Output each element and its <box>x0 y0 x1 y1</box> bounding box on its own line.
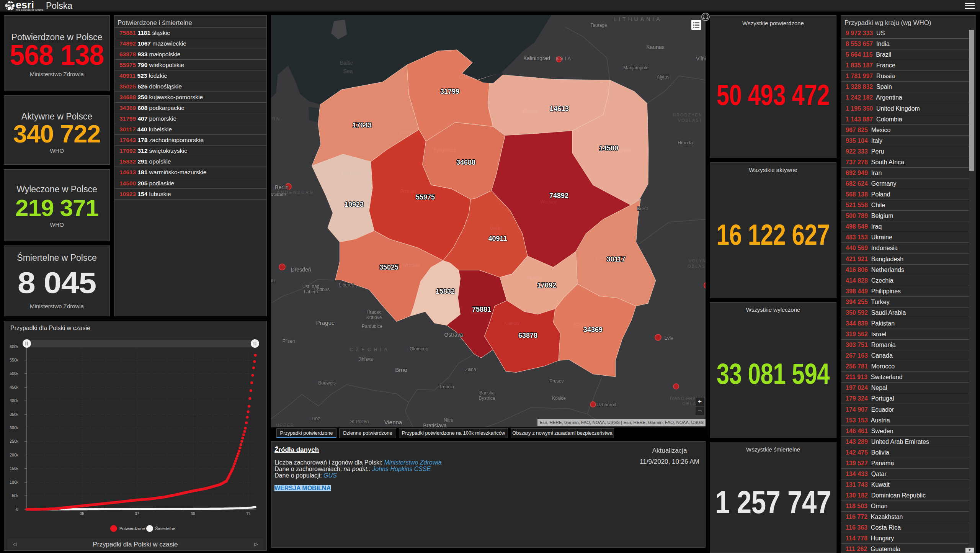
svg-text:Banska: Banska <box>479 390 495 396</box>
svg-text:Jihlava: Jihlava <box>358 357 373 362</box>
svg-text:Alytus: Alytus <box>657 74 670 80</box>
svg-text:Budweis: Budweis <box>318 380 335 386</box>
svg-text:63878: 63878 <box>518 332 537 339</box>
svg-text:09: 09 <box>191 511 195 516</box>
svg-text:Ostrava: Ostrava <box>444 332 463 338</box>
svg-text:Kaliningrad: Kaliningrad <box>523 55 550 61</box>
svg-text:Marijampole: Marijampole <box>623 65 648 70</box>
svg-text:Olsztyn: Olsztyn <box>523 109 538 114</box>
svg-text:50k: 50k <box>12 493 19 498</box>
svg-text:LITHUANIA: LITHUANIA <box>613 16 662 22</box>
svg-text:Berlin: Berlin <box>275 184 289 190</box>
svg-text:Pardubice: Pardubice <box>362 324 382 329</box>
svg-text:250k: 250k <box>10 439 19 443</box>
svg-text:07: 07 <box>135 511 139 516</box>
svg-text:150k: 150k <box>10 466 19 471</box>
svg-text:Kaunas: Kaunas <box>646 44 664 50</box>
svg-text:VOLYN: VOLYN <box>689 259 706 263</box>
svg-text:HRODZYEN: HRODZYEN <box>673 113 702 117</box>
svg-text:75881: 75881 <box>472 306 491 313</box>
svg-text:35025: 35025 <box>379 263 399 271</box>
svg-text:Gdansk: Gdansk <box>459 75 475 80</box>
svg-text:31799: 31799 <box>440 88 459 95</box>
svg-text:Bystrica: Bystrica <box>479 396 495 401</box>
svg-text:11: 11 <box>246 511 250 516</box>
svg-text:VOBLAST: VOBLAST <box>678 118 703 123</box>
svg-text:Labem: Labem <box>304 289 318 294</box>
svg-text:200k: 200k <box>10 453 19 457</box>
svg-text:30117: 30117 <box>606 255 625 263</box>
svg-text:Kosice: Kosice <box>552 396 566 401</box>
svg-text:Liberec: Liberec <box>339 282 354 288</box>
svg-text:Baltic: Baltic <box>340 60 353 66</box>
svg-text:Taurage: Taurage <box>590 23 607 28</box>
svg-text:600k: 600k <box>10 344 19 349</box>
svg-text:0: 0 <box>16 507 18 512</box>
svg-text:34688: 34688 <box>456 159 475 166</box>
svg-text:Lodz: Lodz <box>490 225 500 231</box>
svg-text:14613: 14613 <box>550 105 569 113</box>
svg-text:400k: 400k <box>10 398 19 403</box>
svg-text:Trencin: Trencin <box>439 384 454 389</box>
svg-text:350k: 350k <box>10 412 19 417</box>
svg-text:Warsaw: Warsaw <box>541 199 557 205</box>
svg-text:Linz: Linz <box>312 416 320 421</box>
svg-text:Brno: Brno <box>395 366 407 373</box>
svg-text:17092: 17092 <box>537 281 556 289</box>
svg-text:Ustí nad: Ustí nad <box>302 284 320 289</box>
svg-text:OBLAST: OBLAST <box>650 426 671 427</box>
svg-text:CZECHIA: CZECHIA <box>350 347 390 352</box>
svg-text:Wroclaw: Wroclaw <box>403 262 420 268</box>
svg-text:Kielce: Kielce <box>529 276 542 281</box>
svg-text:Uzhhorod: Uzhhorod <box>596 402 616 407</box>
svg-text:Szczecin: Szczecin <box>399 129 417 135</box>
svg-text:Poznan: Poznan <box>400 189 416 194</box>
svg-text:Hradec: Hradec <box>367 309 382 315</box>
svg-text:500k: 500k <box>10 371 19 376</box>
svg-text:74892: 74892 <box>549 192 568 200</box>
svg-text:Zilina: Zilina <box>465 367 476 372</box>
svg-text:mnitz: mnitz <box>271 278 276 283</box>
svg-text:UPPER: UPPER <box>276 423 294 427</box>
svg-text:Vilni: Vilni <box>696 56 706 62</box>
svg-text:17643: 17643 <box>353 121 372 129</box>
svg-text:55975: 55975 <box>416 193 435 201</box>
svg-text:Bydgoszcz: Bydgoszcz <box>434 147 456 153</box>
svg-text:Potwierdzone: Potwierdzone <box>119 526 145 531</box>
svg-text:Kralove: Kralove <box>366 315 382 320</box>
svg-text:St Polten: St Polten <box>350 419 369 424</box>
svg-text:Prague: Prague <box>316 319 335 326</box>
svg-text:300k: 300k <box>10 425 19 430</box>
svg-text:450k: 450k <box>10 385 19 389</box>
svg-text:Lviv: Lviv <box>664 335 673 341</box>
svg-text:TERN: TERN <box>271 116 281 121</box>
svg-text:Olomouc: Olomouc <box>410 346 428 352</box>
svg-text:Presov: Presov <box>549 378 564 384</box>
svg-text:OBLAST: OBLAST <box>688 264 706 268</box>
svg-text:Krakow: Krakow <box>504 321 519 326</box>
svg-text:15832: 15832 <box>436 288 455 295</box>
svg-text:Hronda: Hronda <box>678 140 693 146</box>
svg-text:10923: 10923 <box>345 201 364 208</box>
svg-text:Brest: Brest <box>637 206 648 211</box>
svg-text:Pilsen: Pilsen <box>283 339 295 344</box>
svg-text:Śmiertelne: Śmiertelne <box>155 526 175 531</box>
svg-text:Gorzow: Gorzow <box>342 170 358 176</box>
svg-text:14500: 14500 <box>599 144 618 152</box>
svg-text:550k: 550k <box>10 358 19 362</box>
svg-text:Vienna: Vienna <box>384 419 402 425</box>
svg-text:Nitra: Nitra <box>444 417 454 423</box>
svg-text:ANDENBURG: ANDENBURG <box>277 190 314 195</box>
svg-text:Sea: Sea <box>343 68 353 74</box>
svg-text:SSIA: SSIA <box>555 56 572 61</box>
svg-text:05: 05 <box>80 511 84 516</box>
svg-text:Dresden: Dresden <box>291 267 311 273</box>
svg-text:34369: 34369 <box>583 326 603 334</box>
svg-text:100k: 100k <box>10 480 19 484</box>
svg-text:40911: 40911 <box>488 235 507 242</box>
svg-text:Bratislava: Bratislava <box>423 422 447 427</box>
